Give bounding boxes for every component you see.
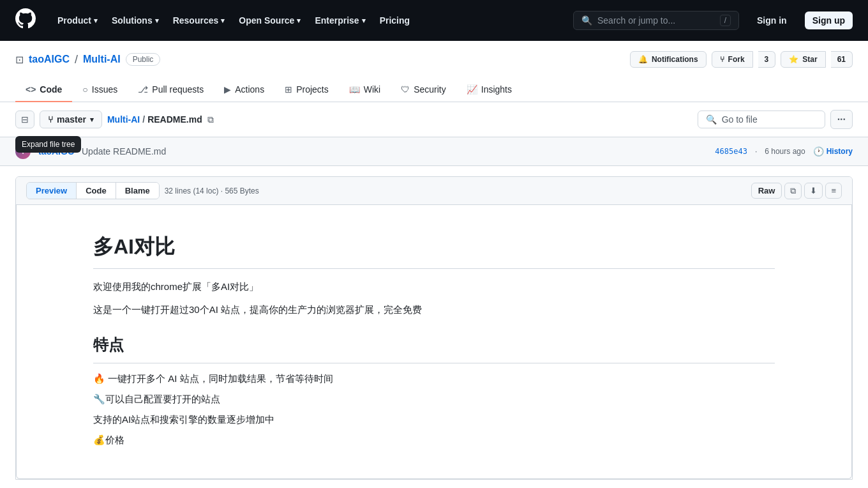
security-icon: 🛡 bbox=[401, 84, 410, 95]
projects-icon: ⊞ bbox=[285, 84, 292, 95]
nav-enterprise[interactable]: Enterprise ▾ bbox=[308, 11, 371, 29]
bell-icon: 🔔 bbox=[638, 55, 648, 64]
markdown-body: 多AI对比 欢迎使用我的chrome扩展「多AI对比」 这是一个一键打开超过30… bbox=[16, 205, 852, 479]
slash-badge: / bbox=[720, 15, 731, 26]
sign-up-button[interactable]: Sign up bbox=[805, 11, 853, 29]
repo-name[interactable]: Multi-AI bbox=[83, 54, 121, 65]
nav-pricing[interactable]: Pricing bbox=[373, 11, 416, 29]
pr-icon: ⎇ bbox=[138, 84, 148, 95]
copy-raw-button[interactable]: ⧉ bbox=[784, 183, 802, 199]
star-count: 61 bbox=[831, 51, 853, 68]
fork-count: 3 bbox=[758, 51, 776, 68]
expand-tooltip: Expand file tree bbox=[15, 136, 81, 153]
branch-icon: ⑂ bbox=[48, 114, 53, 125]
readme-feature2: 🔧可以自己配置要打开的站点 bbox=[93, 392, 775, 407]
sign-in-button[interactable]: Sign in bbox=[749, 11, 795, 29]
breadcrumb: Multi-AI / README.md ⧉ bbox=[107, 113, 692, 126]
visibility-badge: Public bbox=[126, 53, 161, 66]
github-logo[interactable] bbox=[15, 8, 36, 33]
chevron-down-icon: ▾ bbox=[90, 116, 94, 124]
repo-separator: / bbox=[75, 53, 78, 66]
go-to-file-search[interactable]: 🔍 Go to file bbox=[698, 111, 825, 128]
commit-hash[interactable]: 4685e43 bbox=[715, 147, 747, 156]
tab-issues[interactable]: ○ Issues bbox=[72, 78, 128, 102]
readme-features-title: 特点 bbox=[93, 333, 775, 363]
nav-resources[interactable]: Resources ▾ bbox=[167, 11, 232, 29]
tab-security[interactable]: 🛡 Security bbox=[391, 78, 456, 102]
code-tab[interactable]: Code bbox=[77, 183, 116, 199]
commit-time: 6 hours ago bbox=[765, 147, 805, 156]
tab-projects[interactable]: ⊞ Projects bbox=[274, 78, 339, 102]
main-nav: Product ▾ Solutions ▾ Resources ▾ Open S… bbox=[51, 11, 563, 29]
tab-wiki[interactable]: 📖 Wiki bbox=[339, 78, 391, 102]
fork-button[interactable]: ⑂ Fork bbox=[712, 51, 753, 68]
readme-feature3: 支持的AI站点和搜索引擎的数量逐步增加中 bbox=[93, 412, 775, 427]
branch-selector[interactable]: ⑂ master ▾ bbox=[40, 111, 102, 128]
copy-path-button[interactable]: ⧉ bbox=[205, 113, 216, 126]
issues-icon: ○ bbox=[82, 84, 87, 95]
readme-feature4: 💰价格 bbox=[93, 432, 775, 448]
actions-icon: ▶ bbox=[224, 84, 231, 95]
view-tabs: Preview Code Blame bbox=[26, 182, 160, 199]
readme-para1: 欢迎使用我的chrome扩展「多AI对比」 bbox=[93, 279, 775, 294]
commit-dot-separator: · bbox=[755, 147, 757, 156]
breadcrumb-repo-link[interactable]: Multi-AI bbox=[107, 114, 140, 125]
nav-solutions[interactable]: Solutions ▾ bbox=[105, 11, 165, 29]
breadcrumb-separator: / bbox=[142, 114, 145, 125]
breadcrumb-file: README.md bbox=[147, 114, 202, 125]
readme-para2: 这是一个一键打开超过30个AI 站点，提高你的生产力的浏览器扩展，完全免费 bbox=[93, 302, 775, 317]
readme-feature1: 🔥 一键打开多个 AI 站点，同时加载结果，节省等待时间 bbox=[93, 371, 775, 386]
outline-button[interactable]: ≡ bbox=[825, 183, 842, 199]
nav-open-source[interactable]: Open Source ▾ bbox=[232, 11, 307, 29]
insights-icon: 📈 bbox=[467, 84, 477, 95]
fork-icon: ⑂ bbox=[720, 55, 724, 64]
sidebar-toggle[interactable]: ⊟ bbox=[15, 111, 34, 128]
repo-owner[interactable]: taoAIGC bbox=[29, 54, 70, 65]
tab-insights[interactable]: 📈 Insights bbox=[456, 78, 522, 102]
tab-pull-requests[interactable]: ⎇ Pull requests bbox=[128, 78, 214, 102]
commit-message: Update README.md bbox=[82, 146, 707, 156]
tab-code[interactable]: <> Code bbox=[15, 78, 72, 102]
repo-tabs: <> Code ○ Issues ⎇ Pull requests ▶ Actio… bbox=[15, 78, 853, 102]
notifications-button[interactable]: 🔔 Notifications bbox=[630, 51, 707, 68]
star-icon: ⭐ bbox=[789, 55, 798, 64]
download-button[interactable]: ⬇ bbox=[804, 183, 823, 199]
star-button[interactable]: ⭐ Star bbox=[781, 51, 825, 68]
search-icon: 🔍 bbox=[581, 15, 592, 26]
more-options-button[interactable]: ··· bbox=[830, 110, 853, 129]
history-clock-icon: 🕐 bbox=[813, 146, 824, 156]
code-icon: <> bbox=[26, 84, 36, 95]
search-icon: 🔍 bbox=[706, 114, 717, 125]
raw-button[interactable]: Raw bbox=[751, 183, 782, 199]
repo-type-icon: ⊡ bbox=[15, 54, 24, 66]
preview-tab[interactable]: Preview bbox=[27, 183, 77, 199]
readme-title: 多AI对比 bbox=[93, 231, 775, 269]
commit-history-link[interactable]: 🕐 History bbox=[813, 146, 853, 156]
tab-actions[interactable]: ▶ Actions bbox=[214, 78, 274, 102]
file-meta: 32 lines (14 loc) · 565 Bytes bbox=[165, 187, 259, 195]
header-search[interactable]: 🔍 Search or jump to... / bbox=[573, 11, 739, 30]
wiki-icon: 📖 bbox=[349, 84, 360, 95]
blame-tab[interactable]: Blame bbox=[116, 183, 159, 199]
nav-product[interactable]: Product ▾ bbox=[51, 11, 104, 29]
